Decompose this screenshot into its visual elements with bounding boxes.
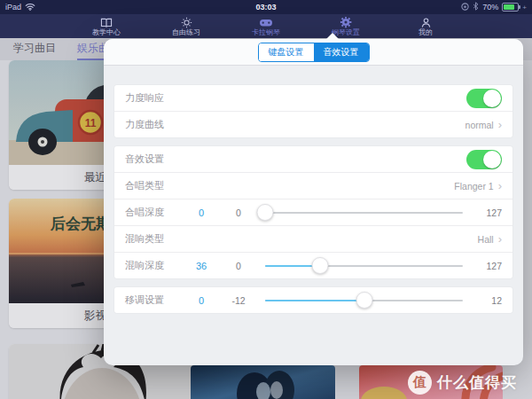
slider-thumb[interactable] [312,257,329,274]
setting-label: 力度响应 [125,91,182,105]
slider-thumb[interactable] [257,204,274,221]
settings-group-transpose: 移调设置 0 -12 12 [114,287,512,313]
chorus-depth-value: 0 [182,207,221,218]
chevron-right-icon: › [498,233,502,245]
slider-min-label: 0 [221,207,256,218]
setting-row-transpose: 移调设置 0 -12 12 [114,287,512,313]
transpose-slider[interactable] [265,292,463,309]
gamepad-icon [259,16,273,28]
sound-effects-toggle[interactable] [466,150,502,169]
clock: 03:03 [0,3,532,12]
toggle-knob [483,90,501,107]
main-nav-bar: 教学中心 自由练习 卡拉钢琴 钢琴设置 我的 [0,14,532,38]
chevron-right-icon: › [498,180,502,192]
setting-row-velocity-curve[interactable]: 力度曲线 normal › [114,111,512,137]
setting-value: Hall [478,234,494,245]
slider-thumb[interactable] [356,292,372,309]
person-icon [420,16,432,28]
setting-row-velocity-response: 力度响应 [114,85,512,111]
settings-tab-header: 键盘设置 音效设置 [104,39,523,66]
setting-row-chorus-type[interactable]: 合唱类型 Flanger 1 › [114,172,512,199]
piano-settings-popover: 键盘设置 音效设置 力度响应 力度曲线 normal › [104,39,523,365]
gear-icon [340,16,352,28]
setting-label: 混响类型 [125,232,182,246]
setting-row-reverb-type[interactable]: 混响类型 Hall › [114,225,512,252]
smzdm-logo-icon: 值 [408,371,432,395]
nav-item-mine[interactable]: 我的 [405,16,446,37]
nav-item-teaching-center[interactable]: 教学中心 [86,16,127,37]
reverb-depth-value: 36 [182,261,221,271]
setting-value: normal [466,120,494,130]
toggle-knob [483,151,501,168]
setting-label: 音效设置 [125,153,182,166]
nav-label: 我的 [419,28,433,37]
settings-group-sound-effects: 音效设置 合唱类型 Flanger 1 › 合唱深度 0 0 [114,146,512,278]
settings-body: 力度响应 力度曲线 normal › 音效设置 [104,66,523,313]
settings-segmented-control: 键盘设置 音效设置 [258,43,370,62]
slider-min-label: -12 [221,295,256,306]
status-bar: iPad 03:03 70% + [0,0,532,14]
slider-max-label: 127 [472,261,502,271]
watermark: 值 什么值得买 [408,371,517,395]
tab-keyboard-settings[interactable]: 键盘设置 [259,43,314,61]
velocity-response-toggle[interactable] [466,89,502,108]
nav-item-free-practice[interactable]: 自由练习 [166,16,207,37]
tab-sound-settings[interactable]: 音效设置 [314,43,369,61]
setting-row-chorus-depth: 合唱深度 0 0 127 [114,199,512,225]
slider-max-label: 12 [472,295,502,306]
nav-label: 教学中心 [92,28,121,37]
settings-group-velocity: 力度响应 力度曲线 normal › [114,85,512,137]
chorus-depth-slider[interactable] [265,204,463,221]
setting-row-reverb-depth: 混响深度 36 0 127 [114,252,512,278]
slider-min-label: 0 [221,261,256,271]
setting-label: 力度曲线 [125,118,182,131]
nav-item-karaoke-piano[interactable]: 卡拉钢琴 [246,16,286,37]
setting-row-sound-enable: 音效设置 [114,146,512,172]
slider-max-label: 127 [472,207,502,218]
setting-label: 合唱深度 [125,206,182,219]
setting-value: Flanger 1 [454,181,493,192]
setting-label: 混响深度 [125,259,182,272]
popover-arrow [325,33,340,40]
watermark-text: 什么值得买 [437,372,517,393]
battery-icon [502,3,519,12]
slider-track [265,212,463,214]
setting-label: 移调设置 [125,293,182,307]
book-icon [100,16,113,28]
reverb-depth-slider[interactable] [265,257,463,274]
sun-icon [181,16,192,28]
setting-label: 合唱类型 [125,179,182,192]
transpose-value: 0 [182,295,221,306]
nav-label: 卡拉钢琴 [252,28,280,37]
slider-fill [265,300,364,301]
nav-label: 自由练习 [172,28,200,37]
chevron-right-icon: › [498,119,502,130]
